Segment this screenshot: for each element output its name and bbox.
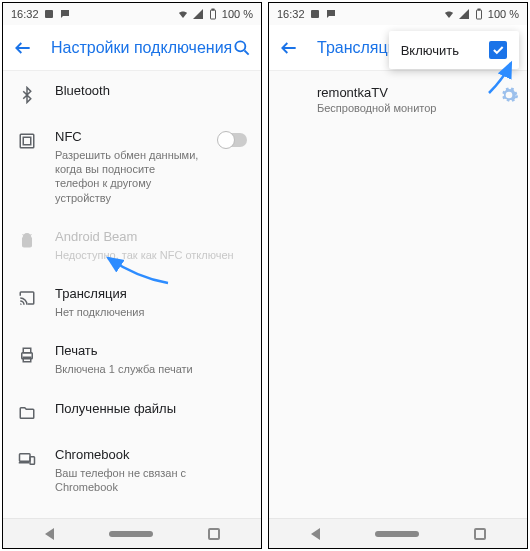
signal-icon: [458, 8, 470, 20]
row-title: Android Beam: [55, 229, 247, 246]
status-battery: 100 %: [488, 8, 519, 20]
screenshot-icon: [309, 8, 321, 20]
search-button[interactable]: [232, 38, 252, 58]
cast-device-row[interactable]: remontkaTV Беспроводной монитор: [269, 71, 527, 124]
svg-rect-4: [20, 134, 34, 148]
gear-icon[interactable]: [499, 85, 519, 105]
cast-list: remontkaTV Беспроводной монитор: [269, 71, 527, 518]
row-subtitle: Ваш телефон не связан с Chromebook: [55, 466, 247, 495]
signal-icon: [192, 8, 204, 20]
status-bar: 16:32 100 %: [3, 3, 261, 25]
nfc-icon: [17, 131, 37, 151]
row-chromebook[interactable]: Chromebook Ваш телефон не связан с Chrom…: [3, 435, 261, 506]
svg-rect-11: [311, 10, 319, 18]
row-title: Трансляция: [55, 286, 247, 303]
row-bluetooth[interactable]: Bluetooth: [3, 71, 261, 117]
nav-back-button[interactable]: [311, 528, 320, 540]
row-print[interactable]: Печать Включена 1 служба печати: [3, 331, 261, 388]
svg-rect-13: [478, 9, 480, 10]
battery-icon: [473, 8, 485, 20]
svg-rect-7: [23, 349, 31, 354]
svg-rect-0: [45, 10, 53, 18]
row-android-beam: Android Beam Недоступно, так как NFC отк…: [3, 217, 261, 274]
svg-rect-1: [210, 10, 215, 19]
nav-bar: [3, 518, 261, 548]
app-bar: Настройки подключения: [3, 25, 261, 71]
row-title: Chromebook: [55, 447, 247, 464]
row-cast[interactable]: Трансляция Нет подключения: [3, 274, 261, 331]
svg-rect-2: [212, 9, 214, 10]
row-subtitle: Разрешить обмен данными, когда вы поднос…: [55, 148, 201, 205]
folder-icon: [17, 403, 37, 423]
row-nfc[interactable]: NFC Разрешить обмен данными, когда вы по…: [3, 117, 261, 217]
bluetooth-icon: [17, 85, 37, 105]
nav-recent-button[interactable]: [208, 528, 220, 540]
enable-checkbox[interactable]: [489, 41, 507, 59]
status-bar: 16:32 100 %: [269, 3, 527, 25]
row-title: Полученные файлы: [55, 401, 247, 418]
svg-rect-9: [20, 453, 31, 461]
device-subtitle: Беспроводной монитор: [317, 102, 437, 114]
phone-left: 16:32 100 % Настройки подключения: [2, 2, 262, 549]
popup-label: Включить: [401, 43, 459, 58]
nav-home-button[interactable]: [375, 531, 419, 537]
screenshot-icon: [43, 8, 55, 20]
nav-bar: [269, 518, 527, 548]
enable-popup: Включить: [389, 31, 519, 69]
row-subtitle: Включена 1 служба печати: [55, 362, 247, 376]
wifi-icon: [177, 8, 189, 20]
page-title: Настройки подключения: [51, 39, 232, 57]
settings-list: Bluetooth NFC Разрешить обмен данными, к…: [3, 71, 261, 518]
nfc-toggle[interactable]: [219, 133, 247, 147]
row-title: Bluetooth: [55, 83, 247, 100]
notification-icon: [59, 8, 71, 20]
status-time: 16:32: [277, 8, 305, 20]
notification-icon: [325, 8, 337, 20]
nav-back-button[interactable]: [45, 528, 54, 540]
phone-right: 16:32 100 % Трансляция Вк: [268, 2, 528, 549]
back-button[interactable]: [279, 38, 299, 58]
status-battery: 100 %: [222, 8, 253, 20]
nav-home-button[interactable]: [109, 531, 153, 537]
svg-rect-5: [23, 137, 31, 145]
status-time: 16:32: [11, 8, 39, 20]
back-button[interactable]: [13, 38, 33, 58]
wifi-icon: [443, 8, 455, 20]
cast-icon: [17, 288, 37, 308]
row-title: NFC: [55, 129, 201, 146]
row-subtitle: Нет подключения: [55, 305, 247, 319]
svg-rect-10: [30, 456, 35, 464]
device-title: remontkaTV: [317, 85, 437, 100]
android-icon: [17, 231, 37, 251]
svg-point-3: [236, 41, 246, 51]
nav-recent-button[interactable]: [474, 528, 486, 540]
row-subtitle: Недоступно, так как NFC отключен: [55, 248, 247, 262]
battery-icon: [207, 8, 219, 20]
devices-icon: [17, 449, 37, 469]
row-title: Печать: [55, 343, 247, 360]
row-received-files[interactable]: Полученные файлы: [3, 389, 261, 435]
svg-rect-12: [476, 10, 481, 19]
print-icon: [17, 345, 37, 365]
